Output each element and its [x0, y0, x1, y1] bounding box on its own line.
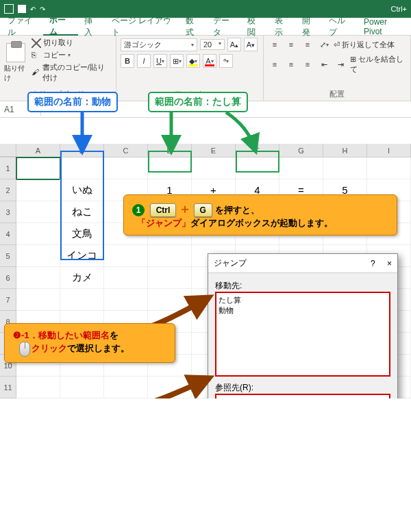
mouse-icon [19, 342, 30, 357]
row-header[interactable]: 4 [0, 223, 16, 245]
row-header[interactable]: 5 [0, 245, 16, 267]
cell[interactable] [16, 245, 60, 267]
tab-file[interactable]: ファイル [1, 18, 43, 36]
tab-help[interactable]: ヘルプ [323, 18, 358, 36]
cell[interactable]: カメ [60, 267, 104, 289]
border-button[interactable]: ⊞▾ [170, 54, 184, 68]
row-header[interactable]: 11 [0, 377, 16, 398]
wrap-text-button[interactable]: ⏎ 折り返して全体 [334, 40, 395, 50]
orientation-button[interactable]: ⤢▾ [317, 38, 331, 51]
cell[interactable] [323, 157, 367, 179]
callout-step2-1: ❷-1．移動したい範囲名を クリックで選択します。 [4, 323, 175, 363]
named-range-animals [60, 151, 104, 260]
dialog-close-button[interactable]: × [387, 259, 392, 268]
tab-review[interactable]: 校閲 [241, 18, 269, 36]
align-center-button[interactable]: ≡ [284, 58, 298, 71]
dest-list[interactable]: たし算 動物 [215, 292, 390, 377]
merge-cells-button[interactable]: ⊞ セルを結合して [350, 54, 406, 75]
named-range-add-2 [236, 151, 279, 173]
align-right-button[interactable]: ≡ [301, 58, 314, 71]
cell[interactable] [104, 267, 148, 289]
row-header[interactable]: 2 [0, 179, 16, 201]
cell[interactable] [60, 377, 104, 398]
tab-formula[interactable]: 数式 [179, 18, 207, 36]
range-label-animals: 範囲の名前：動物 [27, 92, 118, 112]
list-item[interactable]: たし算 [219, 295, 387, 305]
tab-insert[interactable]: 挿入 [78, 18, 105, 36]
row-header[interactable]: 1 [0, 157, 16, 179]
paste-button[interactable]: 貼り付け [4, 38, 27, 88]
undo-icon[interactable]: ↶ [30, 5, 36, 13]
cell[interactable] [16, 201, 60, 223]
cell[interactable] [16, 267, 60, 289]
group-label-alignment: 配置 [268, 88, 406, 101]
app-icon [4, 4, 14, 14]
fill-color-button[interactable]: ◆▾ [186, 54, 200, 68]
align-middle-button[interactable]: ≡ [284, 38, 298, 51]
brush-icon: 🖌 [32, 68, 40, 77]
save-icon[interactable] [18, 5, 26, 13]
cell[interactable] [192, 157, 236, 179]
shrink-font-button[interactable]: A▾ [244, 38, 258, 51]
font-color-button[interactable]: A▾ [203, 54, 216, 68]
align-bottom-button[interactable]: ≡ [301, 38, 314, 51]
tab-layout[interactable]: ページ レイアウト [105, 18, 179, 36]
row-header[interactable]: 3 [0, 201, 16, 223]
col-G[interactable]: G [279, 144, 323, 157]
named-range-add-1 [148, 151, 192, 173]
cell[interactable] [367, 157, 411, 179]
row-header[interactable]: 7 [0, 289, 16, 311]
tab-powerpivot[interactable]: Power Pivot [358, 18, 410, 36]
italic-button[interactable]: I [137, 54, 151, 68]
key-ctrl: Ctrl [150, 203, 177, 217]
cell[interactable] [104, 245, 148, 267]
cell[interactable] [16, 289, 60, 311]
cell[interactable] [148, 267, 192, 289]
list-item[interactable]: 動物 [219, 305, 387, 316]
font-size-select[interactable]: 20▾ [200, 39, 225, 50]
font-name-select[interactable]: 游ゴシック▾ [121, 38, 197, 51]
cell[interactable] [148, 245, 192, 267]
tab-home[interactable]: ホーム [43, 18, 78, 36]
svg-rect-1 [5, 5, 13, 13]
align-left-button[interactable]: ≡ [268, 58, 282, 71]
col-A[interactable]: A [16, 144, 60, 157]
key-g: G [194, 203, 212, 217]
cell[interactable] [16, 377, 60, 398]
cell[interactable] [104, 157, 148, 179]
indent-dec-button[interactable]: ⇤ [317, 58, 331, 71]
jump-dialog: ジャンプ ? × 移動先: たし算 動物 参照先(R): セル選択(S)... … [208, 253, 398, 398]
bold-button[interactable]: B [121, 54, 134, 68]
format-painter-button[interactable]: 🖌書式のコピー/貼り付け [32, 62, 112, 83]
row-header[interactable]: 6 [0, 267, 16, 289]
indent-inc-button[interactable]: ⇥ [334, 58, 347, 71]
cell[interactable] [279, 157, 323, 179]
col-I[interactable]: I [367, 144, 411, 157]
tab-view[interactable]: 表示 [269, 18, 296, 36]
dest-label: 移動先: [215, 280, 390, 292]
copy-button[interactable]: ⎘コピー▾ [32, 50, 112, 60]
cell[interactable] [16, 179, 60, 201]
col-C[interactable]: C [104, 144, 148, 157]
cell[interactable] [16, 223, 60, 245]
title-text: Ctrl+ [390, 5, 407, 13]
phonetic-button[interactable]: ᵃ▾ [219, 54, 233, 68]
scissors-icon [32, 38, 41, 48]
tab-dev[interactable]: 開発 [296, 18, 323, 36]
reference-input[interactable] [215, 394, 390, 398]
align-top-button[interactable]: ≡ [268, 38, 282, 51]
redo-icon[interactable]: ↷ [40, 5, 45, 13]
dialog-help-button[interactable]: ? [371, 259, 375, 268]
range-label-addition: 範囲の名前：たし算 [148, 92, 248, 112]
dialog-title: ジャンプ [214, 257, 247, 269]
tab-data[interactable]: データ [207, 18, 242, 36]
cell[interactable] [60, 289, 104, 311]
ref-label: 参照先(R): [215, 382, 390, 394]
cut-button[interactable]: 切り取り [32, 38, 112, 48]
callout-step1: 1 Ctrl ＋ G を押すと、 「ジャンプ」ダイアログボックスが起動します。 [123, 194, 397, 236]
copy-icon: ⎘ [32, 51, 41, 60]
underline-button[interactable]: U▾ [153, 54, 167, 68]
col-H[interactable]: H [323, 144, 367, 157]
grow-font-button[interactable]: A▴ [227, 38, 241, 51]
cell[interactable] [16, 157, 60, 179]
